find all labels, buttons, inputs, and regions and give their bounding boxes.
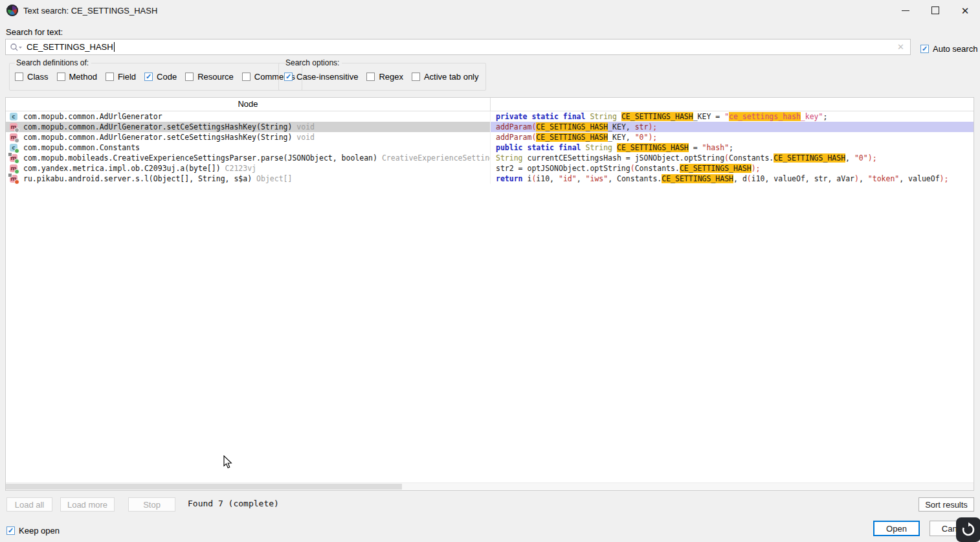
code-token-typ: String [590, 112, 621, 121]
node-cell[interactable]: mru.pikabu.android.server.s.l(Object[], … [6, 174, 491, 184]
code-token-pl: , [577, 174, 586, 183]
code-token-pun: ( [531, 133, 536, 142]
minimize-button[interactable] [891, 0, 920, 21]
code-cell[interactable]: public static final String CE_SETTINGS_H… [491, 142, 974, 153]
node-cell[interactable]: mcom.mopub.common.AdUrlGenerator.setCeSe… [6, 132, 491, 142]
state-dot-icon [14, 128, 19, 132]
checkbox-box-keep-open: ✓ [6, 526, 15, 535]
code-token-kw: public static final [496, 143, 585, 152]
code-token-hl: CE_SETTINGS_HASH [536, 133, 608, 142]
code-token-pl: i10, valueOf, str, aVar [752, 174, 854, 183]
code-token-pstr: " [724, 112, 729, 121]
code-cell[interactable]: addParam(CE_SETTINGS_HASH_KEY, "0"); [491, 132, 974, 142]
modifier-mark-icon [8, 174, 12, 177]
checkbox-box-regex [366, 73, 375, 81]
result-row[interactable]: mcom.mopub.common.AdUrlGenerator.setCeSe… [6, 132, 974, 142]
code-token-pl: i10, [536, 174, 559, 183]
checkbox-box-active-tab-only [412, 73, 420, 81]
node-column-header[interactable]: Node [6, 98, 491, 111]
stop-button[interactable]: Stop [128, 497, 175, 512]
checkbox-regex[interactable]: Regex [366, 72, 403, 82]
checkbox-auto-search[interactable]: ✓Auto search [920, 44, 977, 54]
checkbox-label-regex: Regex [379, 72, 403, 82]
results-rows: ccom.mopub.common.AdUrlGeneratorprivate … [6, 111, 974, 184]
code-token-str: "hash" [702, 143, 729, 152]
node-return-type: C2123vj [221, 164, 256, 173]
checkbox-label-auto-search: Auto search [933, 44, 977, 54]
result-row[interactable]: ccom.mopub.common.AdUrlGeneratorprivate … [6, 111, 974, 122]
code-token-pun: ); [940, 174, 949, 183]
results-table[interactable]: Node ccom.mopub.common.AdUrlGeneratorpri… [5, 97, 974, 491]
load-all-button[interactable]: Load all [6, 497, 52, 512]
checkbox-box-auto-search: ✓ [920, 45, 929, 53]
code-token-pun: ( [724, 153, 729, 163]
code-token-hl: CE_SETTINGS_HASH [662, 174, 733, 183]
code-token-pl: _KEY = [693, 112, 724, 121]
code-token-kw: private static final [496, 112, 590, 121]
code-token-pl: Constants. [635, 164, 680, 173]
code-column-header[interactable] [491, 98, 974, 111]
minimize-icon [902, 10, 909, 11]
state-dot-icon [14, 138, 19, 142]
node-cell[interactable]: ccom.mopub.common.AdUrlGenerator [6, 111, 491, 122]
node-return-type: void [292, 122, 315, 131]
checkbox-keep-open[interactable]: ✓Keep open [6, 526, 60, 536]
node-cell[interactable]: ccom.mopub.common.Constants [6, 142, 491, 153]
code-token-pun: ( [747, 174, 752, 183]
progress-spinner [956, 517, 980, 542]
state-dot-icon [14, 179, 19, 184]
code-token-pun: ( [531, 174, 536, 183]
checkbox-class[interactable]: Class [15, 72, 49, 82]
code-cell[interactable]: private static final String CE_SETTINGS_… [491, 111, 974, 122]
checkbox-resource[interactable]: Resource [185, 72, 234, 82]
checkbox-case-insensitive[interactable]: ✓Case-insensitive [284, 72, 358, 82]
checkbox-box-code: ✓ [144, 73, 153, 81]
method-icon: m [10, 133, 17, 141]
window-controls: ✕ [891, 0, 980, 21]
result-row[interactable]: mcom.mopub.mobileads.CreativeExperienceS… [6, 153, 974, 163]
open-button[interactable]: Open [873, 521, 920, 536]
checkbox-label-resource: Resource [197, 72, 234, 82]
horizontal-scrollbar-thumb[interactable] [6, 484, 402, 490]
class-icon: c [10, 113, 17, 120]
checkbox-label-active-tab-only: Active tab only [424, 72, 479, 82]
code-cell[interactable]: String currentCESettingsHash = jSONObjec… [491, 153, 974, 163]
checkbox-method[interactable]: Method [57, 72, 97, 82]
checkbox-code[interactable]: ✓Code [144, 72, 177, 82]
result-row[interactable]: mcom.yandex.metrica.impl.ob.C2093uj.a(by… [6, 163, 974, 174]
code-token-str: "token" [868, 174, 899, 183]
code-token-typ: String [585, 143, 616, 152]
checkbox-label-code: Code [157, 72, 177, 82]
result-row[interactable]: ccom.mopub.common.Constantspublic static… [6, 142, 974, 153]
auto-search-checkbox-slot: ✓Auto search [920, 42, 977, 54]
load-more-button[interactable]: Load more [60, 497, 115, 512]
code-token-hl: CE_SETTINGS_HASH [621, 112, 693, 121]
maximize-button[interactable] [920, 0, 950, 21]
node-cell[interactable]: mcom.yandex.metrica.impl.ob.C2093uj.a(by… [6, 163, 491, 174]
code-cell[interactable]: return i(i10, "id", "iws", Constants.CE_… [491, 174, 974, 184]
code-token-pl: i [523, 174, 532, 183]
search-definitions-legend: Search definitions of: [15, 58, 91, 67]
checkbox-active-tab-only[interactable]: Active tab only [412, 72, 479, 82]
sort-results-button[interactable]: Sort results [919, 497, 974, 512]
search-icon[interactable] [10, 43, 23, 52]
code-token-kw: return [496, 174, 523, 183]
checkbox-field[interactable]: Field [106, 72, 136, 82]
horizontal-scrollbar[interactable] [6, 482, 974, 490]
result-row[interactable]: mru.pikabu.android.server.s.l(Object[], … [6, 174, 974, 184]
mouse-cursor [223, 455, 232, 471]
node-cell[interactable]: mcom.mopub.mobileads.CreativeExperienceS… [6, 153, 491, 163]
node-name: com.yandex.metrica.impl.ob.C2093uj.a(byt… [23, 164, 221, 173]
code-token-pl: , Constants. [608, 174, 662, 183]
checkbox-box-comments [242, 73, 251, 81]
code-token-pl: , [859, 174, 868, 183]
clear-search-icon[interactable]: ✕ [897, 43, 904, 51]
close-button[interactable]: ✕ [950, 0, 980, 21]
close-icon: ✕ [961, 6, 970, 16]
code-cell[interactable]: addParam(CE_SETTINGS_HASH_KEY, str); [491, 122, 974, 132]
node-cell[interactable]: mcom.mopub.common.AdUrlGenerator.setCeSe… [6, 122, 491, 132]
node-name: com.mopub.mobileads.CreativeExperienceSe… [23, 153, 377, 163]
result-row[interactable]: mcom.mopub.common.AdUrlGenerator.setCeSe… [6, 122, 974, 132]
search-input[interactable]: CE_SETTINGS_HASH ✕ [5, 39, 911, 55]
code-cell[interactable]: str2 = optJSONObject.optString(Constants… [491, 163, 974, 174]
